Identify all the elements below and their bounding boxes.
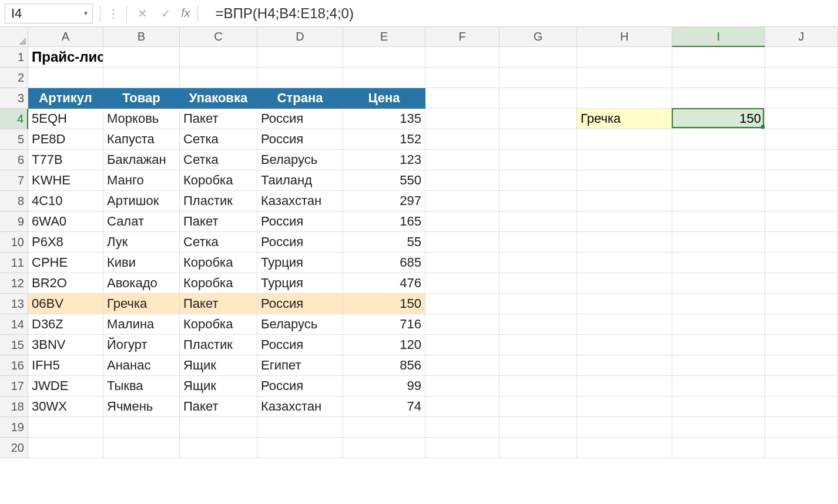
cell-I2[interactable]: [672, 68, 765, 88]
formula-input[interactable]: =ВПР(H4;B4:E18;4;0): [205, 5, 833, 22]
column-header-I[interactable]: I: [672, 27, 765, 47]
cell-B5[interactable]: Капуста: [103, 129, 180, 150]
cell-A12[interactable]: BR2O: [28, 273, 103, 294]
cell-I16[interactable]: [672, 355, 765, 376]
cell-G19[interactable]: [500, 417, 577, 438]
cell-F2[interactable]: [425, 68, 500, 88]
cell-B3[interactable]: Товар: [103, 88, 180, 109]
cell-G2[interactable]: [500, 68, 577, 88]
cell-C11[interactable]: Коробка: [180, 253, 257, 273]
cell-B6[interactable]: Баклажан: [103, 150, 180, 170]
cell-I17[interactable]: [672, 376, 765, 397]
cell-F3[interactable]: [425, 88, 500, 109]
cell-J1[interactable]: [765, 47, 838, 68]
cell-I5[interactable]: [672, 129, 765, 150]
column-header-G[interactable]: G: [500, 27, 577, 47]
cell-D20[interactable]: [257, 438, 343, 458]
cell-A9[interactable]: 6WA0: [28, 211, 103, 232]
cell-I11[interactable]: [672, 253, 765, 273]
cell-J9[interactable]: [765, 211, 838, 232]
cell-I7[interactable]: [672, 170, 765, 191]
cell-J19[interactable]: [765, 417, 838, 438]
cell-J15[interactable]: [765, 335, 838, 355]
cell-E9[interactable]: 165: [343, 211, 425, 232]
cell-A10[interactable]: P6X8: [28, 232, 103, 253]
cell-H7[interactable]: [577, 170, 672, 191]
cell-H17[interactable]: [577, 376, 672, 397]
cell-F4[interactable]: [425, 109, 500, 129]
cell-C10[interactable]: Сетка: [180, 232, 257, 253]
cell-E15[interactable]: 120: [343, 335, 425, 355]
cell-F18[interactable]: [425, 397, 500, 417]
cell-A14[interactable]: D36Z: [28, 314, 103, 335]
row-header-4[interactable]: 4: [0, 109, 28, 129]
cell-C8[interactable]: Пластик: [180, 191, 257, 211]
cell-A2[interactable]: [28, 68, 103, 88]
cell-J17[interactable]: [765, 376, 838, 397]
cell-E2[interactable]: [343, 68, 425, 88]
cell-F9[interactable]: [425, 211, 500, 232]
cell-E8[interactable]: 297: [343, 191, 425, 211]
column-header-C[interactable]: C: [180, 27, 257, 47]
cell-E7[interactable]: 550: [343, 170, 425, 191]
row-header-13[interactable]: 13: [0, 294, 28, 314]
cell-H13[interactable]: [577, 294, 672, 314]
cell-D1[interactable]: [257, 47, 343, 68]
cell-D14[interactable]: Беларусь: [257, 314, 343, 335]
row-header-11[interactable]: 11: [0, 253, 28, 273]
cell-I1[interactable]: [672, 47, 765, 68]
cell-B8[interactable]: Артишок: [103, 191, 180, 211]
cell-G16[interactable]: [500, 355, 577, 376]
cell-H14[interactable]: [577, 314, 672, 335]
row-header-7[interactable]: 7: [0, 170, 28, 191]
column-header-J[interactable]: J: [765, 27, 838, 47]
cell-E16[interactable]: 856: [343, 355, 425, 376]
cell-I3[interactable]: [672, 88, 765, 109]
cancel-icon[interactable]: ✕: [134, 5, 150, 22]
cell-I18[interactable]: [672, 397, 765, 417]
cell-H20[interactable]: [577, 438, 672, 458]
cell-B18[interactable]: Ячмень: [103, 397, 180, 417]
cell-D2[interactable]: [257, 68, 343, 88]
cell-B19[interactable]: [103, 417, 180, 438]
name-box[interactable]: I4 ▼: [5, 4, 93, 23]
cell-C20[interactable]: [180, 438, 257, 458]
cell-J14[interactable]: [765, 314, 838, 335]
row-header-16[interactable]: 16: [0, 355, 28, 376]
cell-F5[interactable]: [425, 129, 500, 150]
cell-C13[interactable]: Пакет: [180, 294, 257, 314]
column-header-B[interactable]: B: [103, 27, 180, 47]
row-header-1[interactable]: 1: [0, 47, 28, 68]
cell-A8[interactable]: 4C10: [28, 191, 103, 211]
cell-C12[interactable]: Коробка: [180, 273, 257, 294]
cell-E17[interactable]: 99: [343, 376, 425, 397]
cell-E1[interactable]: [343, 47, 425, 68]
cell-F17[interactable]: [425, 376, 500, 397]
cell-F13[interactable]: [425, 294, 500, 314]
cell-B9[interactable]: Салат: [103, 211, 180, 232]
dropdown-icon[interactable]: ▼: [83, 10, 89, 16]
cell-J20[interactable]: [765, 438, 838, 458]
cell-J13[interactable]: [765, 294, 838, 314]
cell-D13[interactable]: Россия: [257, 294, 343, 314]
cell-C15[interactable]: Пластик: [180, 335, 257, 355]
cell-H11[interactable]: [577, 253, 672, 273]
cell-F1[interactable]: [425, 47, 500, 68]
cell-G12[interactable]: [500, 273, 577, 294]
cell-J18[interactable]: [765, 397, 838, 417]
row-header-5[interactable]: 5: [0, 129, 28, 150]
cell-B11[interactable]: Киви: [103, 253, 180, 273]
cell-F20[interactable]: [425, 438, 500, 458]
cell-F16[interactable]: [425, 355, 500, 376]
cell-G17[interactable]: [500, 376, 577, 397]
cell-E18[interactable]: 74: [343, 397, 425, 417]
cell-I4[interactable]: 150: [672, 109, 765, 129]
cell-H2[interactable]: [577, 68, 672, 88]
cell-G20[interactable]: [500, 438, 577, 458]
cell-D18[interactable]: Казахстан: [257, 397, 343, 417]
row-header-17[interactable]: 17: [0, 376, 28, 397]
cell-H18[interactable]: [577, 397, 672, 417]
row-header-2[interactable]: 2: [0, 68, 28, 88]
cell-C19[interactable]: [180, 417, 257, 438]
cell-E10[interactable]: 55: [343, 232, 425, 253]
